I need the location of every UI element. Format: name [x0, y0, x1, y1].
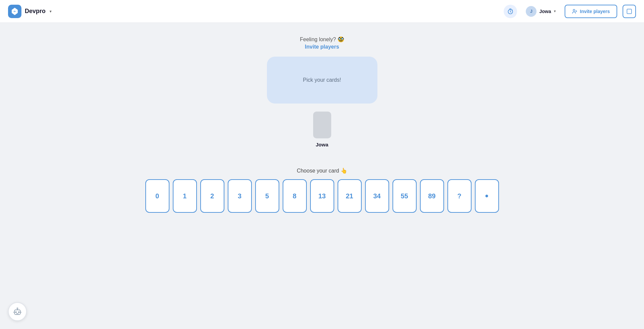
picker-card[interactable]: 3	[228, 179, 252, 213]
user-menu[interactable]: J Jowa ▾	[522, 4, 559, 19]
picker-card[interactable]: 13	[310, 179, 334, 213]
logo-text: Devpro	[25, 8, 46, 15]
logo-icon	[8, 5, 21, 18]
user-avatar: J	[526, 6, 536, 17]
main-content: Feeling lonely? 🥸 Invite players Pick yo…	[0, 23, 644, 329]
picker-card[interactable]: 5	[255, 179, 279, 213]
svg-point-1	[573, 9, 575, 11]
picker-card[interactable]: 55	[392, 179, 417, 213]
expand-button[interactable]	[623, 5, 636, 18]
user-menu-chevron-icon: ▾	[554, 9, 556, 13]
bot-button[interactable]	[8, 302, 27, 321]
picker-card[interactable]: 89	[420, 179, 444, 213]
expand-icon	[626, 8, 632, 14]
feeling-text: Feeling lonely? 🥸	[300, 36, 344, 43]
card-display-area: Pick your cards!	[267, 57, 377, 104]
player-card-placeholder	[313, 112, 331, 138]
picker-card[interactable]: ?	[447, 179, 472, 213]
logo-chevron-icon: ▾	[50, 9, 52, 14]
invite-icon	[572, 9, 577, 14]
svg-point-7	[18, 312, 19, 313]
user-name: Jowa	[539, 9, 551, 14]
picker-card[interactable]: 2	[200, 179, 224, 213]
choose-section: Choose your card 👆	[297, 168, 347, 174]
picker-card[interactable]: 34	[365, 179, 389, 213]
svg-rect-8	[16, 313, 19, 314]
logo-area[interactable]: Devpro ▾	[8, 5, 52, 18]
header-right: J Jowa ▾ Invite players	[504, 4, 636, 19]
svg-rect-4	[627, 9, 632, 14]
svg-point-10	[17, 308, 18, 309]
player-name: Jowa	[316, 142, 329, 147]
choose-label: Choose your card 👆	[297, 168, 347, 174]
svg-point-6	[15, 312, 16, 313]
picker-card[interactable]: 21	[338, 179, 362, 213]
card-picker: 0123581321345589?•	[145, 179, 499, 219]
feeling-section: Feeling lonely? 🥸 Invite players	[300, 36, 344, 50]
card-display-text: Pick your cards!	[303, 77, 341, 83]
picker-card[interactable]: 8	[283, 179, 307, 213]
invite-players-link[interactable]: Invite players	[305, 44, 339, 50]
app-header: Devpro ▾ J Jowa ▾	[0, 0, 644, 23]
picker-card[interactable]: 0	[145, 179, 169, 213]
player-area: Jowa	[313, 112, 331, 147]
robot-icon	[13, 307, 22, 316]
invite-players-button[interactable]: Invite players	[565, 5, 618, 18]
picker-card[interactable]: •	[475, 179, 499, 213]
picker-card[interactable]: 1	[173, 179, 197, 213]
timer-button[interactable]	[504, 5, 517, 18]
